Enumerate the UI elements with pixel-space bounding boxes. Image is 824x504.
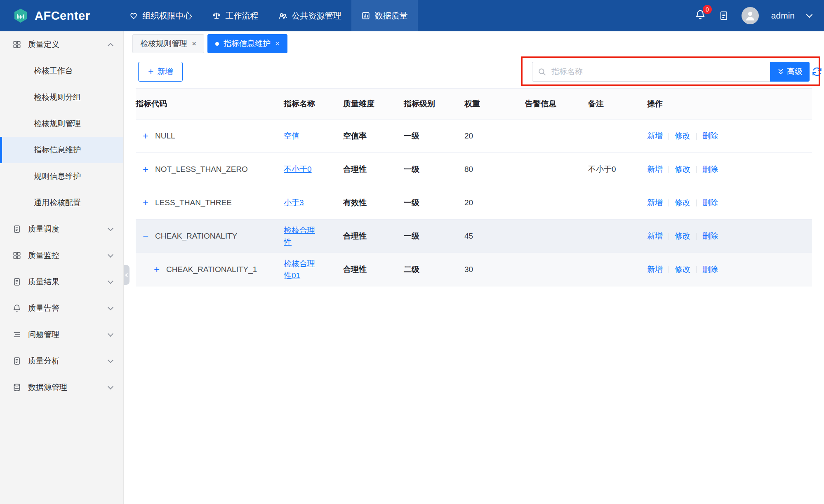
notifications-button[interactable]: 0 [695,9,706,22]
op-separator [669,199,669,206]
topnav-item-0[interactable]: 组织权限中心 [119,0,202,31]
indicator-table: 指标代码指标名称质量维度指标级别权重告警信息备注操作 +NULL空值空值率一级2… [136,88,812,286]
sidebar-group-label: 质量结果 [28,277,59,287]
op-edit-link[interactable]: 修改 [675,197,690,208]
cell-dimension: 合理性 [343,253,404,286]
expand-row-icon[interactable]: + [141,198,150,208]
sidebar-group-4[interactable]: 质量告警 [0,295,123,321]
sidebar-group-0[interactable]: 质量定义 [0,31,123,58]
tab-label: 检核规则管理 [140,38,187,49]
cell-level: 二级 [404,253,464,286]
sidebar-collapse-handle[interactable] [124,265,129,285]
topnav-item-label: 数据质量 [375,10,408,21]
table-header: 指标代码指标名称质量维度指标级别权重告警信息备注操作 [136,88,812,120]
table-body: +NULL空值空值率一级20新增修改删除+NOT_LESS_THAN_ZERO不… [136,120,812,286]
sidebar-group-6[interactable]: 质量分析 [0,348,123,374]
op-add-link[interactable]: 新增 [647,264,663,275]
op-separator [669,233,669,240]
sidebar: 质量定义检核工作台检核规则分组检核规则管理指标信息维护规则信息维护通用检核配置质… [0,31,124,504]
sidebar-group-5[interactable]: 问题管理 [0,321,123,348]
double-chevron-down-icon [777,68,784,75]
sidebar-group-label: 质量告警 [28,303,59,314]
op-delete-link[interactable]: 删除 [702,164,718,175]
indicator-name-link[interactable]: 检核合理性 [284,224,316,248]
cell-alarm [525,186,588,219]
table-row: −CHEAK_RATIONALITY检核合理性合理性一级45新增修改删除 [136,220,812,253]
refresh-icon[interactable] [811,66,823,77]
indicator-code: LESS_THAN_THREE [155,198,232,207]
chevron-down-icon [108,331,113,336]
cell-operations: 新增修改删除 [647,120,812,152]
chevron-down-icon [108,383,113,389]
sidebar-group-label: 数据源管理 [28,382,67,393]
sidebar-item-0-2[interactable]: 检核规则管理 [0,110,123,137]
tab-1[interactable]: 指标信息维护× [207,34,287,53]
op-edit-link[interactable]: 修改 [675,264,690,275]
cell-operations: 新增修改删除 [647,153,812,186]
document-icon[interactable] [718,10,729,21]
op-edit-link[interactable]: 修改 [675,231,690,241]
sidebar-item-0-5[interactable]: 通用检核配置 [0,190,123,216]
chevron-down-icon [108,225,113,231]
sidebar-item-0-4[interactable]: 规则信息维护 [0,163,123,190]
chevron-down-icon [108,304,113,310]
close-icon[interactable]: × [275,39,280,48]
chart-icon [361,11,370,20]
sidebar-item-0-0[interactable]: 检核工作台 [0,58,123,84]
sidebar-group-2[interactable]: 质量监控 [0,242,123,269]
op-delete-link[interactable]: 删除 [702,231,718,241]
op-delete-link[interactable]: 删除 [702,131,718,141]
topnav-item-3[interactable]: 数据质量 [351,0,418,31]
topnav-item-label: 组织权限中心 [143,10,192,21]
topnav-item-label: 公共资源管理 [292,10,341,21]
topnav-item-1[interactable]: 工作流程 [202,0,268,31]
advanced-search-button[interactable]: 高级 [770,62,810,82]
op-edit-link[interactable]: 修改 [675,131,690,141]
tab-label: 指标信息维护 [224,38,271,49]
op-delete-link[interactable]: 删除 [702,197,718,208]
column-header-5: 告警信息 [525,89,588,119]
collapse-row-icon[interactable]: − [141,231,150,241]
advanced-label: 高级 [787,66,803,77]
sidebar-group-3[interactable]: 质量结果 [0,269,123,295]
op-add-link[interactable]: 新增 [647,131,663,141]
cell-level: 一级 [404,120,464,152]
op-separator [669,133,669,140]
op-add-link[interactable]: 新增 [647,231,663,241]
op-delete-link[interactable]: 删除 [702,264,718,275]
indicator-name-link[interactable]: 空值 [284,130,316,142]
cell-level: 一级 [404,153,464,186]
chevron-down-icon [108,278,113,284]
op-separator [696,166,697,173]
topnav-item-2[interactable]: 公共资源管理 [268,0,351,31]
op-separator [696,233,697,240]
sidebar-group-7[interactable]: 数据源管理 [0,374,123,401]
op-separator [696,266,697,273]
sidebar-item-0-3[interactable]: 指标信息维护 [0,137,123,163]
chevron-down-icon[interactable] [806,12,813,18]
expand-row-icon[interactable]: + [141,164,150,174]
table-row: +LESS_THAN_THREE小于3有效性一级20新增修改删除 [136,186,812,220]
op-add-link[interactable]: 新增 [647,197,663,208]
add-button-label: 新增 [157,66,173,77]
op-add-link[interactable]: 新增 [647,164,663,175]
user-name[interactable]: admin [771,11,795,21]
search-input[interactable] [532,62,770,82]
avatar[interactable] [742,7,759,24]
expand-row-icon[interactable]: + [152,265,161,274]
expand-row-icon[interactable]: + [141,131,150,141]
op-edit-link[interactable]: 修改 [675,164,690,175]
close-icon[interactable]: × [192,39,196,48]
indicator-name-link[interactable]: 检核合理性01 [284,258,316,282]
sidebar-group-1[interactable]: 质量调度 [0,216,123,242]
afcenter-logo-icon [12,7,29,24]
cell-name: 不小于0 [284,153,343,186]
sidebar-item-0-1[interactable]: 检核规则分组 [0,84,123,110]
topnav-right: 0 admin [695,0,824,31]
add-button[interactable]: + 新增 [138,62,183,82]
bell-icon [12,304,21,313]
indicator-name-link[interactable]: 小于3 [284,197,316,209]
tab-0[interactable]: 检核规则管理× [132,34,204,53]
brand: AFCenter [0,0,103,31]
indicator-name-link[interactable]: 不小于0 [284,163,316,175]
